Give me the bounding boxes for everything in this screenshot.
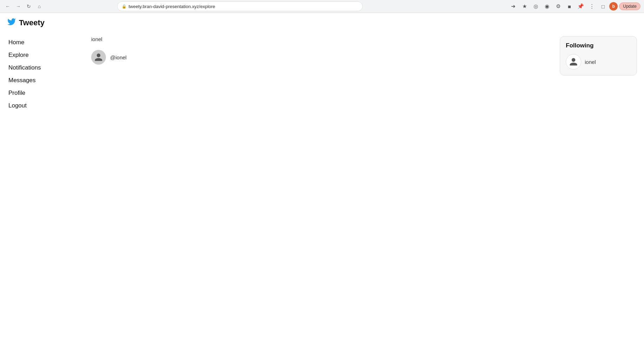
user-result[interactable]: @ionel: [91, 47, 553, 67]
lock-icon: 🔒: [122, 4, 127, 9]
extension-button[interactable]: ◎: [531, 1, 541, 11]
sidebar-item-home[interactable]: Home: [7, 36, 84, 49]
user-avatar: [91, 50, 106, 65]
address-bar[interactable]: 🔒 tweety.bran-david-presentation.xyz/exp…: [117, 1, 363, 11]
forward-button[interactable]: →: [14, 2, 22, 11]
sidebar-nav: Home Explore Notifications Messages Prof…: [7, 33, 84, 355]
sidebar-item-logout[interactable]: Logout: [7, 99, 84, 112]
sidebar-item-profile[interactable]: Profile: [7, 87, 84, 99]
following-card: Following ionel: [560, 36, 637, 75]
update-button[interactable]: Update: [619, 2, 640, 10]
settings-button[interactable]: ⚙: [553, 1, 563, 11]
browser-actions: ➜ ★ ◎ ◉ ⚙ ■ 📌 ⋮ □ b Update: [508, 1, 640, 11]
extension-button2[interactable]: ◉: [542, 1, 552, 11]
sidebar-item-notifications[interactable]: Notifications: [7, 61, 84, 74]
following-panel: Following ionel: [560, 33, 637, 355]
url-text: tweety.bran-david-presentation.xyz/explo…: [128, 4, 358, 9]
logo-icon: [7, 17, 16, 28]
browser-chrome: ← → ↻ ⌂ 🔒 tweety.bran-david-presentation…: [0, 0, 644, 13]
profile-avatar-button[interactable]: b: [609, 2, 618, 11]
page-content: Tweety Home Explore Notifications Messag…: [0, 13, 644, 355]
main-layout: Home Explore Notifications Messages Prof…: [0, 33, 644, 355]
tab-button[interactable]: □: [598, 1, 608, 11]
reload-button[interactable]: ↻: [25, 2, 33, 11]
following-user-name: ionel: [585, 59, 596, 65]
extensions-button[interactable]: ■: [564, 1, 574, 11]
following-avatar: [566, 54, 581, 70]
bookmark-button[interactable]: ★: [519, 1, 529, 11]
user-handle: @ionel: [110, 54, 127, 60]
back-button[interactable]: ←: [4, 2, 12, 11]
sidebar-item-messages[interactable]: Messages: [7, 74, 84, 87]
explore-username: ionel: [91, 36, 553, 42]
sidebar-item-explore[interactable]: Explore: [7, 49, 84, 61]
following-user[interactable]: ionel: [566, 54, 631, 70]
following-title: Following: [566, 42, 631, 49]
app-header: Tweety: [0, 13, 644, 33]
explore-content: ionel @ionel: [84, 33, 560, 355]
share-button[interactable]: ➜: [508, 1, 518, 11]
home-button[interactable]: ⌂: [35, 2, 43, 11]
pin-button[interactable]: 📌: [576, 1, 585, 11]
app-title: Tweety: [19, 18, 45, 27]
menu-button[interactable]: ⋮: [587, 1, 597, 11]
